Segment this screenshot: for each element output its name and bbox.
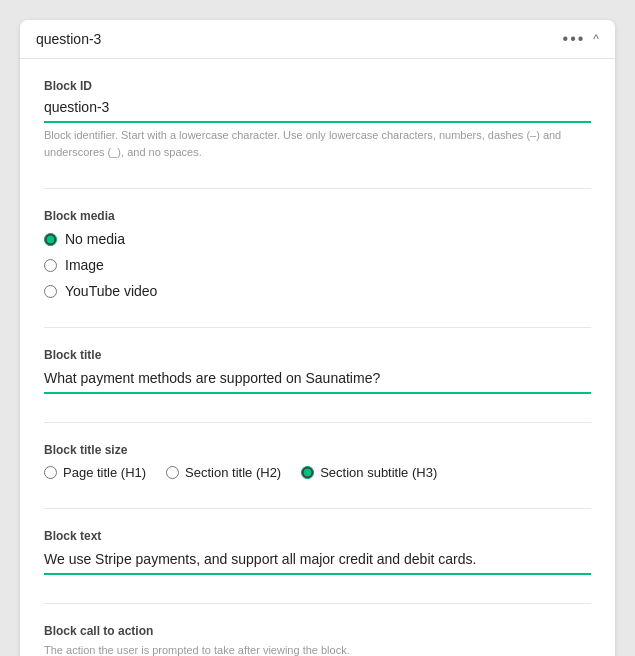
block-title-size-section: Block title size Page title (H1) Section… xyxy=(44,443,591,480)
divider-3 xyxy=(44,422,591,423)
media-label-image: Image xyxy=(65,257,104,273)
block-cta-section: Block call to action The action the user… xyxy=(44,624,591,656)
media-radio-image[interactable] xyxy=(44,259,57,272)
block-title-section: Block title What payment methods are sup… xyxy=(44,348,591,394)
block-text-section: Block text We use Stripe payments, and s… xyxy=(44,529,591,575)
panel-title: question-3 xyxy=(36,31,101,47)
divider-4 xyxy=(44,508,591,509)
block-id-label: Block ID xyxy=(44,79,591,93)
block-title-label: Block title xyxy=(44,348,591,362)
media-option-image[interactable]: Image xyxy=(44,257,591,273)
block-text-label: Block text xyxy=(44,529,591,543)
size-label-h1: Page title (H1) xyxy=(63,465,146,480)
block-id-value[interactable]: question-3 xyxy=(44,97,591,123)
divider-5 xyxy=(44,603,591,604)
media-label-no-media: No media xyxy=(65,231,125,247)
block-text-value[interactable]: We use Stripe payments, and support all … xyxy=(44,549,591,575)
block-cta-label: Block call to action xyxy=(44,624,591,638)
panel-body: Block ID question-3 Block identifier. St… xyxy=(20,59,615,656)
block-id-hint: Block identifier. Start with a lowercase… xyxy=(44,127,591,160)
block-title-size-options: Page title (H1) Section title (H2) Secti… xyxy=(44,465,591,480)
block-id-section: Block ID question-3 Block identifier. St… xyxy=(44,79,591,160)
divider-2 xyxy=(44,327,591,328)
size-label-h3: Section subtitle (H3) xyxy=(320,465,437,480)
block-media-options: No media Image YouTube video xyxy=(44,231,591,299)
panel-actions: ••• ^ xyxy=(563,30,599,48)
size-option-h3[interactable]: Section subtitle (H3) xyxy=(301,465,437,480)
media-option-no-media[interactable]: No media xyxy=(44,231,591,247)
block-title-value[interactable]: What payment methods are supported on Sa… xyxy=(44,368,591,394)
block-media-section: Block media No media Image YouTube video xyxy=(44,209,591,299)
more-options-icon[interactable]: ••• xyxy=(563,30,586,48)
media-label-youtube: YouTube video xyxy=(65,283,157,299)
collapse-icon[interactable]: ^ xyxy=(593,32,599,46)
media-radio-youtube[interactable] xyxy=(44,285,57,298)
panel-header: question-3 ••• ^ xyxy=(20,20,615,59)
media-radio-no-media[interactable] xyxy=(44,233,57,246)
block-title-size-label: Block title size xyxy=(44,443,591,457)
size-radio-h3[interactable] xyxy=(301,466,314,479)
divider-1 xyxy=(44,188,591,189)
media-option-youtube[interactable]: YouTube video xyxy=(44,283,591,299)
size-option-h2[interactable]: Section title (H2) xyxy=(166,465,281,480)
size-option-h1[interactable]: Page title (H1) xyxy=(44,465,146,480)
block-cta-desc: The action the user is prompted to take … xyxy=(44,642,591,656)
size-radio-h2[interactable] xyxy=(166,466,179,479)
size-radio-h1[interactable] xyxy=(44,466,57,479)
size-label-h2: Section title (H2) xyxy=(185,465,281,480)
block-media-label: Block media xyxy=(44,209,591,223)
